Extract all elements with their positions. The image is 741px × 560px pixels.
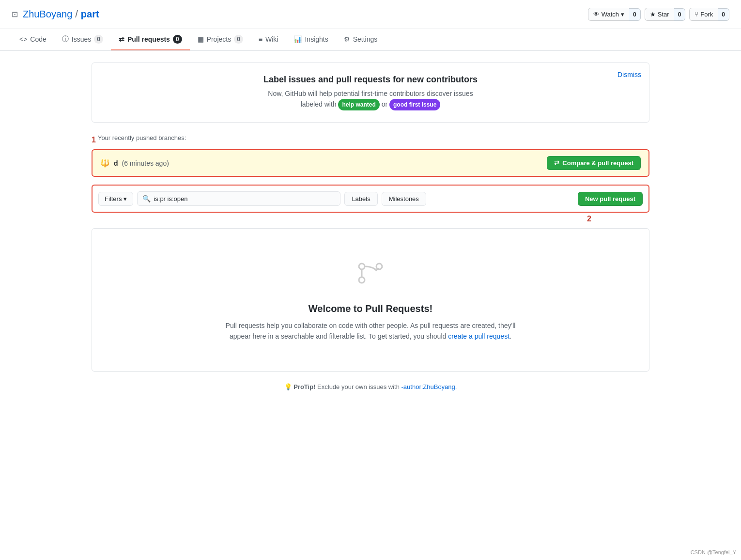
empty-pr-icon bbox=[104, 258, 637, 296]
dismiss-link[interactable]: Dismiss bbox=[618, 71, 641, 78]
fork-button[interactable]: ⑂ Fork bbox=[689, 8, 718, 21]
labels-button[interactable]: Labels bbox=[344, 192, 377, 206]
compare-pull-request-button[interactable]: ⇄ Compare & pull request bbox=[547, 156, 641, 170]
branch-icon: 🔱 bbox=[100, 158, 110, 168]
tab-insights[interactable]: 📊 Insights bbox=[286, 29, 336, 50]
filter-bar-container: Filters ▾ 🔍 Labels Milestones New pull r… bbox=[92, 185, 649, 213]
code-icon: <> bbox=[19, 35, 27, 43]
repo-header: ⊡ ZhuBoyang / part 👁 Watch ▾ 0 ★ Star 0 … bbox=[0, 0, 741, 29]
branch-name: d bbox=[114, 159, 118, 167]
watch-button[interactable]: 👁 Watch ▾ bbox=[588, 8, 630, 21]
tab-wiki[interactable]: ≡ Wiki bbox=[251, 29, 286, 50]
branch-banner: 🔱 d (6 minutes ago) ⇄ Compare & pull req… bbox=[92, 149, 649, 177]
filters-dropdown-button[interactable]: Filters ▾ bbox=[98, 192, 133, 206]
annotation-2: 2 bbox=[587, 215, 591, 223]
issues-icon: ⓘ bbox=[62, 35, 69, 44]
empty-state: Welcome to Pull Requests! Pull requests … bbox=[92, 228, 649, 372]
insights-icon: 📊 bbox=[293, 35, 302, 43]
protip-section: 💡 ProTip! Exclude your own issues with -… bbox=[92, 383, 649, 390]
pr-icon: ⇄ bbox=[119, 35, 124, 43]
settings-icon: ⚙ bbox=[344, 35, 350, 43]
svg-point-2 bbox=[376, 264, 382, 269]
wiki-icon: ≡ bbox=[259, 35, 262, 43]
label-help-wanted: help wanted bbox=[338, 99, 379, 110]
filters-chevron-icon: ▾ bbox=[124, 195, 127, 202]
star-button[interactable]: ★ Star bbox=[645, 8, 675, 21]
fork-group: ⑂ Fork 0 bbox=[689, 8, 729, 21]
svg-point-1 bbox=[359, 277, 365, 283]
label-good-first-issue: good first issue bbox=[389, 99, 440, 110]
star-icon: ★ bbox=[650, 11, 656, 18]
banner-text-before: Now, GitHub will help potential first-ti… bbox=[268, 90, 473, 97]
contributor-banner: Dismiss Label issues and pull requests f… bbox=[92, 62, 649, 123]
annotation-1: 1 bbox=[92, 136, 96, 144]
repo-title: ⊡ ZhuBoyang / part bbox=[12, 9, 99, 20]
filter-bar: Filters ▾ 🔍 Labels Milestones New pull r… bbox=[98, 191, 643, 206]
recently-pushed-label: Your recently pushed branches: bbox=[98, 134, 186, 141]
compare-icon: ⇄ bbox=[554, 159, 559, 167]
search-input[interactable] bbox=[154, 195, 335, 202]
separator: / bbox=[75, 9, 78, 20]
tab-pull-requests[interactable]: ⇄ Pull requests 0 bbox=[111, 29, 190, 50]
repo-owner-link[interactable]: ZhuBoyang bbox=[23, 9, 72, 20]
main-content: Dismiss Label issues and pull requests f… bbox=[80, 51, 661, 402]
dropdown-icon: ▾ bbox=[621, 11, 624, 18]
protip-label: ProTip! bbox=[293, 383, 315, 390]
issues-badge: 0 bbox=[94, 35, 103, 44]
header-actions: 👁 Watch ▾ 0 ★ Star 0 ⑂ Fork 0 bbox=[588, 8, 729, 21]
create-pr-link[interactable]: create a pull request bbox=[448, 332, 509, 340]
repo-icon: ⊡ bbox=[12, 10, 18, 19]
recently-pushed-section: 1 Your recently pushed branches: 🔱 d (6 … bbox=[92, 134, 649, 177]
fork-icon: ⑂ bbox=[695, 11, 698, 18]
svg-point-0 bbox=[359, 264, 365, 269]
new-pull-request-button[interactable]: New pull request bbox=[578, 192, 643, 206]
filter-section: Filters ▾ 🔍 Labels Milestones bbox=[98, 191, 574, 206]
tab-settings[interactable]: ⚙ Settings bbox=[336, 29, 386, 50]
pr-badge: 0 bbox=[173, 35, 182, 44]
empty-description: Pull requests help you collaborate on co… bbox=[225, 320, 516, 342]
banner-text-labeled: labeled with bbox=[301, 100, 339, 108]
search-box: 🔍 bbox=[137, 191, 340, 206]
empty-title: Welcome to Pull Requests! bbox=[104, 303, 637, 314]
watch-group: 👁 Watch ▾ 0 bbox=[588, 8, 641, 21]
star-group: ★ Star 0 bbox=[645, 8, 686, 21]
protip-link[interactable]: -author:ZhuBoyang bbox=[401, 383, 455, 390]
banner-text-or: or bbox=[382, 100, 389, 108]
protip-text: Exclude your own issues with bbox=[317, 383, 400, 390]
fork-count: 0 bbox=[718, 8, 729, 21]
projects-icon: ▦ bbox=[198, 35, 204, 43]
tab-code[interactable]: <> Code bbox=[12, 29, 54, 50]
tab-projects[interactable]: ▦ Projects 0 bbox=[190, 29, 251, 50]
watch-count: 0 bbox=[629, 8, 641, 21]
search-icon: 🔍 bbox=[142, 195, 151, 202]
projects-badge: 0 bbox=[234, 35, 243, 44]
lightbulb-icon: 💡 bbox=[284, 383, 292, 390]
star-count: 0 bbox=[674, 8, 686, 21]
banner-body: Now, GitHub will help potential first-ti… bbox=[104, 89, 637, 110]
branch-time: (6 minutes ago) bbox=[122, 159, 169, 167]
eye-icon: 👁 bbox=[593, 11, 600, 18]
milestones-button[interactable]: Milestones bbox=[382, 192, 426, 206]
branch-info: 🔱 d (6 minutes ago) bbox=[100, 158, 169, 168]
nav-tabs: <> Code ⓘ Issues 0 ⇄ Pull requests 0 ▦ P… bbox=[0, 29, 741, 51]
tab-issues[interactable]: ⓘ Issues 0 bbox=[54, 29, 111, 50]
banner-title: Label issues and pull requests for new c… bbox=[104, 75, 637, 85]
repo-name-link[interactable]: part bbox=[81, 9, 99, 20]
